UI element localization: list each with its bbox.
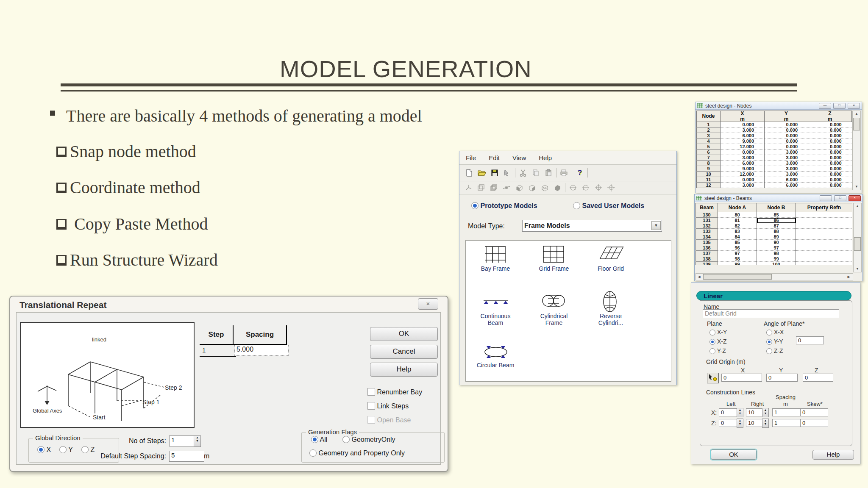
table-row[interactable]: 13999100 — [696, 262, 853, 265]
radio-icon[interactable] — [311, 436, 318, 443]
radio-icon[interactable] — [766, 339, 772, 345]
linear-header[interactable]: Linear — [696, 291, 851, 300]
floor-grid-item[interactable] — [598, 246, 624, 263]
scroll-right-icon[interactable]: ▶ — [846, 275, 852, 279]
paste-icon[interactable] — [542, 167, 555, 178]
cube-cross-icon[interactable] — [538, 182, 551, 193]
help-icon[interactable]: ? — [573, 167, 586, 178]
cube-shaded-icon[interactable] — [526, 182, 538, 193]
solid-render-icon[interactable] — [551, 182, 564, 193]
plane-yz-radio[interactable]: Y-Z — [709, 347, 726, 354]
flag-geometry-only-radio[interactable]: GeometryOnly — [342, 436, 395, 444]
table-row[interactable]: 123.0006.0000.000 — [697, 183, 852, 188]
table-row[interactable]: 99.0003.0000.000 — [697, 166, 852, 172]
close-button[interactable]: × — [848, 103, 860, 109]
table-row[interactable]: 60.0003.0000.000 — [697, 150, 852, 155]
plane-xz-radio[interactable]: X-Z — [709, 338, 726, 345]
direction-x-radio[interactable]: X — [37, 446, 51, 454]
table-row[interactable]: 1348489 — [696, 234, 853, 240]
origin-y-field[interactable]: 0 — [766, 374, 798, 382]
radio-icon[interactable] — [81, 446, 89, 453]
z-skew-field[interactable]: 0 — [800, 419, 828, 427]
grid-name-field[interactable]: Default Grid — [703, 309, 839, 318]
rotate-z-icon[interactable] — [592, 182, 605, 193]
radio-icon[interactable] — [342, 436, 350, 443]
beams-titlebar[interactable]: steel design - Beams — □ × — [695, 194, 862, 202]
table-row[interactable]: 73.0003.0000.000 — [697, 155, 852, 161]
default-step-spacing-field[interactable]: 5 — [169, 451, 204, 462]
minimize-button[interactable]: — — [819, 103, 831, 109]
z-spacing-field[interactable]: 1 — [772, 419, 800, 427]
axes-icon[interactable] — [462, 182, 475, 193]
scroll-thumb[interactable] — [703, 274, 772, 280]
copy-icon[interactable] — [529, 167, 542, 178]
origin-z-field[interactable]: 0 — [803, 374, 833, 382]
table-row[interactable]: 1358590 — [696, 240, 853, 245]
node-line-icon[interactable] — [500, 182, 513, 193]
col-header-x[interactable]: Xm — [721, 111, 765, 122]
menu-file[interactable]: File — [459, 154, 482, 161]
direction-y-radio[interactable]: Y — [59, 446, 73, 454]
table-row[interactable]: 1369697 — [696, 245, 853, 251]
x-left-spinner[interactable]: ▲▼ — [737, 408, 743, 417]
cancel-button[interactable]: Cancel — [370, 345, 438, 359]
menu-edit[interactable]: Edit — [482, 154, 506, 161]
radio-icon[interactable] — [59, 446, 67, 453]
reverse-cylindrical-item[interactable] — [602, 291, 618, 314]
spacing-cell[interactable]: 5.000 — [234, 345, 289, 356]
prototype-label[interactable]: Floor Grid — [589, 265, 633, 272]
table-row[interactable]: 1318186 — [696, 218, 853, 223]
checkbox-icon[interactable] — [367, 388, 375, 396]
nodes-titlebar[interactable]: steel design - Nodes — □ × — [696, 102, 862, 110]
maximize-button[interactable]: □ — [833, 103, 846, 109]
table-row[interactable]: 1328287 — [696, 223, 853, 229]
cylindrical-frame-item[interactable] — [541, 294, 566, 309]
scroll-down-icon[interactable]: ▼ — [854, 266, 861, 272]
direction-z-radio[interactable]: Z — [81, 446, 95, 454]
table-row[interactable]: 110.0006.0000.000 — [697, 177, 852, 183]
scroll-up-icon[interactable]: ▲ — [853, 111, 860, 117]
maximize-button[interactable]: □ — [834, 195, 846, 201]
table-row[interactable]: 36.0000.0000.000 — [697, 133, 852, 139]
flag-all-radio[interactable]: All — [311, 436, 327, 444]
x-right-spinner[interactable]: ▲▼ — [762, 408, 769, 417]
col-header-node-b[interactable]: Node B — [757, 203, 796, 212]
z-left-field[interactable]: 0 — [719, 419, 738, 427]
radio-icon[interactable] — [709, 339, 715, 345]
pan-icon[interactable] — [605, 182, 618, 193]
help-button[interactable]: Help — [812, 450, 854, 460]
x-spacing-field[interactable]: 1 — [772, 408, 800, 416]
table-row[interactable]: 512.0000.0000.000 — [697, 144, 852, 150]
plane-xy-radio[interactable]: X-Y — [709, 329, 727, 336]
minimize-button[interactable]: — — [820, 195, 832, 201]
ok-button[interactable]: OK — [711, 449, 757, 460]
dropdown-arrow-icon[interactable]: ▼ — [651, 221, 661, 230]
table-row[interactable]: 86.0003.0000.000 — [697, 161, 852, 166]
help-button[interactable]: Help — [370, 363, 438, 377]
menu-help[interactable]: Help — [532, 154, 558, 161]
prototype-models-radio[interactable]: Prototype Models — [471, 202, 537, 210]
table-row[interactable]: 1012.0003.0000.000 — [697, 172, 852, 177]
radio-icon[interactable] — [766, 348, 772, 354]
radio-icon[interactable] — [766, 330, 772, 336]
close-button[interactable]: × — [418, 298, 438, 310]
col-header-node-a[interactable]: Node A — [718, 203, 757, 212]
radio-icon[interactable] — [37, 446, 45, 453]
radio-icon[interactable] — [573, 202, 580, 209]
cut-icon[interactable] — [517, 167, 529, 178]
no-of-steps-field[interactable]: 1 — [169, 435, 197, 446]
nodes-vscrollbar[interactable]: ▲ ▼ — [852, 111, 861, 190]
print-icon[interactable] — [558, 167, 570, 178]
menu-view[interactable]: View — [506, 154, 532, 161]
z-left-spinner[interactable]: ▲▼ — [737, 419, 743, 428]
scroll-thumb[interactable] — [853, 118, 860, 130]
x-skew-field[interactable]: 0 — [800, 408, 828, 416]
table-row[interactable]: 1389899 — [696, 256, 853, 262]
angle-yy-radio[interactable]: Y-Y — [766, 338, 783, 345]
scroll-thumb[interactable] — [854, 237, 861, 251]
saved-user-models-radio[interactable]: Saved User Models — [573, 202, 644, 210]
cube-surface-icon[interactable] — [513, 182, 526, 193]
table-row[interactable]: 1379798 — [696, 251, 853, 256]
select-cursor-icon[interactable] — [501, 167, 514, 178]
col-header-z[interactable]: Zm — [808, 111, 852, 122]
